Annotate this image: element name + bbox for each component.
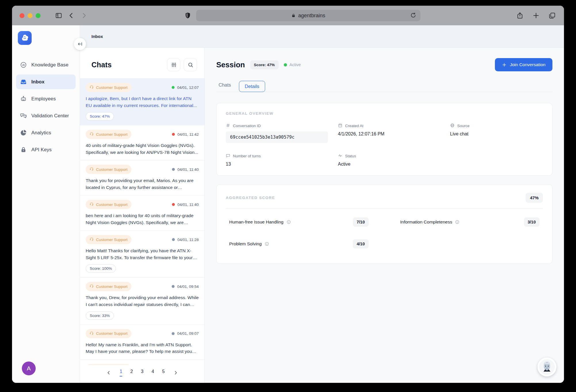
chat-preview-text: Hello! My name is Franklin, and I'm with…	[86, 341, 199, 355]
chat-preview-text: ben here and i am looking for 40 units o…	[86, 212, 199, 226]
info-icon[interactable]	[265, 242, 269, 246]
sidebar-item-knowledge-base[interactable]: Knowledge Base	[16, 58, 76, 72]
sidebar-item-label: Employees	[31, 96, 56, 102]
sidebar-item-validation-center[interactable]: QAValidation Center	[16, 108, 76, 123]
join-conversation-button[interactable]: Join Conversation	[495, 58, 552, 71]
collapse-sidebar-button[interactable]	[74, 38, 86, 50]
sidebar-item-employees[interactable]: Employees	[16, 91, 76, 106]
chat-list-item[interactable]: Customer Support04/01, 11:4240 units of …	[80, 125, 204, 160]
page-number-5[interactable]: 5	[162, 369, 165, 376]
overview-field-value: 13	[226, 162, 338, 167]
browser-window: agentbrains	[12, 6, 564, 383]
chat-time-label: 04/01, 11:40	[177, 202, 199, 207]
chat-timestamp: 04/01, 11:28	[172, 238, 199, 242]
info-icon[interactable]	[286, 220, 291, 224]
overview-fields: Conversation ID69ccee541025b3e13a90579cC…	[226, 123, 543, 167]
agent-badge-label: Customer Support	[96, 132, 128, 137]
sidebar-item-inbox[interactable]: Inbox	[16, 74, 76, 89]
breadcrumb: Inbox	[91, 34, 103, 39]
status-dot	[172, 285, 175, 288]
overview-field-label: Created At	[338, 123, 450, 129]
knowledge-base-icon	[20, 61, 27, 68]
sidebar-item-label: Validation Center	[31, 113, 69, 119]
status-dot	[172, 168, 175, 171]
assistant-robot-avatar[interactable]	[537, 357, 556, 376]
analytics-icon	[20, 129, 27, 136]
desktop-background: agentbrains	[0, 0, 576, 392]
sidebar-item-analytics[interactable]: Analytics	[16, 125, 76, 140]
url-text: agentbrains	[298, 13, 325, 19]
privacy-shield-icon[interactable]	[183, 11, 192, 20]
metric-label-text: Human-free Issue Handling	[229, 219, 284, 225]
headset-icon	[89, 132, 94, 137]
page-number-4[interactable]: 4	[152, 369, 154, 376]
chat-list-item[interactable]: Customer Support04/01, 09:07Hello! My na…	[80, 324, 204, 360]
info-icon[interactable]	[455, 220, 460, 224]
agentbrains-logo[interactable]	[18, 31, 32, 45]
address-bar[interactable]: agentbrains	[196, 10, 420, 21]
headset-icon	[89, 202, 94, 207]
zoom-window-button[interactable]	[36, 13, 41, 18]
sidebar-nav: Knowledge BaseInboxEmployeesQAValidation…	[16, 58, 76, 157]
reload-icon[interactable]	[410, 12, 417, 19]
share-icon[interactable]	[516, 11, 524, 20]
back-button[interactable]	[67, 11, 76, 20]
app-content: Knowledge BaseInboxEmployeesQAValidation…	[12, 25, 564, 383]
chat-preview-text: I apologize, Bem, but I don't have a dir…	[86, 95, 199, 109]
tab-details[interactable]: Details	[239, 81, 265, 92]
chat-preview-text: 40 units of military-grade Night Vision …	[86, 142, 199, 156]
user-avatar[interactable]: A	[22, 362, 36, 375]
overview-field: Created At4/1/2026, 12:07:16 PM	[338, 123, 450, 143]
chat-preview-text: Thank you for providing your email, Mari…	[86, 177, 199, 191]
status-dot	[172, 86, 175, 89]
overview-field-value[interactable]: 69ccee541025b3e13a90579c	[226, 131, 328, 143]
sidebar-item-api-keys[interactable]: API Keys	[16, 142, 76, 157]
tab-chats[interactable]: Chats	[218, 79, 231, 92]
previous-page-icon[interactable]	[106, 370, 112, 376]
sidebar-toggle-icon[interactable]	[54, 11, 63, 20]
chat-time-label: 04/01, 11:28	[177, 238, 199, 242]
tab-overview-icon[interactable]	[548, 11, 556, 20]
chat-list-item[interactable]: Customer Support04/01, 11:40Thank you fo…	[80, 160, 204, 195]
chats-tools	[167, 58, 197, 71]
general-overview-label: GENERAL OVERVIEW	[226, 111, 543, 116]
close-window-button[interactable]	[20, 13, 24, 18]
chat-timestamp: 04/01, 12:07	[172, 85, 199, 90]
session-score-pill: Score: 47%	[250, 60, 279, 69]
next-page-icon[interactable]	[173, 370, 179, 376]
chat-list-item[interactable]: Customer Support04/01, 12:07I apologize,…	[80, 78, 204, 125]
chat-list-item[interactable]: Customer Support04/01, 11:40ben here and…	[80, 195, 204, 230]
agent-badge: Customer Support	[86, 235, 131, 244]
page-number-2[interactable]: 2	[130, 369, 133, 376]
chat-list-item[interactable]: Customer Support04/01, 07:55You're welco…	[80, 360, 204, 365]
aggregated-score-card: AGGREGATED SCORE 47% Human-free Issue Ha…	[216, 184, 552, 264]
metrics-grid: Human-free Issue Handling7/10Information…	[226, 211, 543, 255]
page-number-1[interactable]: 1	[120, 369, 122, 376]
new-tab-icon[interactable]	[532, 11, 540, 20]
agent-badge: Customer Support	[86, 130, 131, 139]
chat-time-label: 04/01, 11:40	[177, 167, 199, 172]
metric-label: Human-free Issue Handling	[229, 219, 291, 225]
chat-time-label: 04/01, 12:07	[177, 85, 199, 90]
chat-list-item[interactable]: Customer Support04/01, 09:54Thank you, D…	[80, 277, 204, 324]
chat-time-label: 04/01, 09:54	[177, 284, 199, 289]
chat-time-label: 04/01, 11:42	[177, 132, 199, 137]
session-tabs: Chats Details	[216, 79, 552, 92]
agent-badge-label: Customer Support	[96, 202, 128, 207]
chats-panel-title: Chats	[91, 61, 112, 69]
filter-button[interactable]	[167, 58, 180, 71]
minimize-window-button[interactable]	[28, 13, 32, 18]
breadcrumb-bar: Inbox	[80, 25, 564, 48]
search-button[interactable]	[184, 58, 197, 71]
agent-badge-label: Customer Support	[96, 238, 128, 242]
sidebar-item-label: Inbox	[31, 79, 45, 85]
agent-badge: Customer Support	[86, 83, 131, 92]
chat-item-header: Customer Support04/01, 11:28	[86, 235, 199, 244]
sidebar-item-label: API Keys	[31, 147, 52, 153]
agent-badge: Customer Support	[86, 282, 131, 291]
chat-list-item[interactable]: Customer Support04/01, 11:28Hello Matt! …	[80, 230, 204, 277]
page-number-3[interactable]: 3	[141, 369, 143, 376]
metric-value-badge: 4/10	[353, 239, 368, 248]
forward-button[interactable]	[80, 11, 88, 20]
chat-time-label: 04/01, 09:07	[177, 331, 199, 336]
